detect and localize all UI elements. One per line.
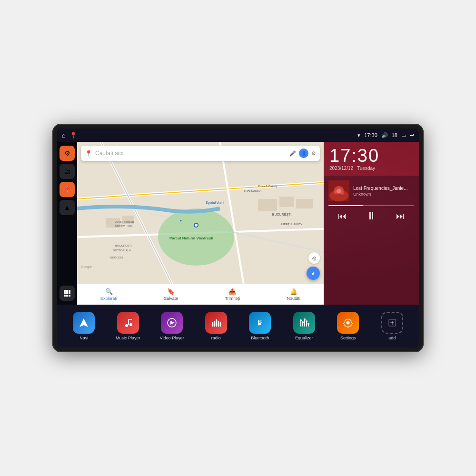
center-map-area: Parcul Natural Văcărești BUCUREȘTI JUDEȚ… (77, 142, 324, 305)
music-progress-fill (328, 205, 363, 206)
explore-label: Explorați (100, 296, 117, 301)
prev-track-button[interactable]: ⏮ (338, 211, 347, 221)
sidebar-maps-btn[interactable]: 📍 (60, 182, 75, 197)
map-settings-icon[interactable]: ⚙ (311, 150, 316, 157)
status-time: 17:30 (364, 132, 377, 138)
app-bluetooth[interactable]: Bluetooth (243, 312, 277, 340)
music-progress-bar[interactable] (328, 205, 414, 206)
add-icon (381, 312, 403, 334)
user-avatar[interactable]: 👤 (299, 149, 308, 158)
video-player-label: Video Player (160, 336, 184, 340)
album-art (328, 180, 349, 201)
saved-label: Salvate (164, 296, 178, 301)
settings-label: Settings (340, 336, 356, 340)
navi-icon (73, 312, 95, 334)
music-metadata: Lost Frequencies_Janie... Unknown (353, 186, 414, 197)
next-track-button[interactable]: ⏭ (396, 211, 405, 221)
sidebar-files-btn[interactable]: 🗂 (60, 164, 75, 179)
battery-icon: ▭ (401, 132, 406, 139)
music-player-label: Music Player (116, 336, 140, 340)
volume-icon: 🔊 (381, 132, 388, 139)
clock-widget: 17:30 2023/12/12 Tuesday (324, 142, 419, 176)
bluetooth-icon (249, 312, 271, 334)
svg-text:Parcul Natural Văcărești: Parcul Natural Văcărești (169, 236, 213, 240)
map-visual: Parcul Natural Văcărești BUCUREȘTI JUDEȚ… (77, 142, 324, 284)
svg-rect-27 (279, 197, 294, 207)
mic-icon[interactable]: 🎤 (289, 150, 296, 157)
app-radio[interactable]: radio (199, 312, 233, 340)
svg-text:SECTORUL 4: SECTORUL 4 (113, 249, 131, 252)
video-player-icon (161, 312, 183, 334)
navi-label: Navi (79, 336, 88, 340)
svg-rect-13 (66, 295, 68, 297)
device-screen: ⌂ 📍 ▾ 17:30 🔊 18 ▭ ↩ (57, 129, 419, 347)
clock-day: Tuesday (357, 166, 375, 171)
map-tab-send[interactable]: 📤 Trimiteți (225, 288, 240, 301)
svg-text:▼: ▼ (179, 219, 182, 222)
settings-icon (337, 312, 359, 334)
right-panel: 17:30 2023/12/12 Tuesday (324, 142, 419, 305)
svg-rect-26 (258, 199, 277, 211)
pause-button[interactable]: ⏸ (366, 210, 377, 222)
svg-text:Splaiul Unirii: Splaiul Unirii (206, 201, 224, 205)
clock-display: 17:30 (329, 147, 413, 165)
svg-rect-12 (64, 295, 66, 297)
map-fab-button[interactable]: ★ (307, 267, 320, 280)
app-navi[interactable]: Navi (67, 312, 100, 340)
svg-point-49 (337, 188, 341, 193)
svg-point-51 (125, 324, 128, 327)
svg-point-69 (304, 318, 306, 320)
music-widget: Lost Frequencies_Janie... Unknown ⏮ ⏸ ⏭ (324, 176, 419, 305)
news-icon: 🔔 (290, 288, 298, 295)
svg-text:TRAPEZULUI: TRAPEZULUI (244, 189, 262, 192)
music-title: Lost Frequencies_Janie... (353, 186, 414, 191)
saved-icon: 🔖 (167, 288, 175, 295)
news-label: Noutăți (287, 296, 300, 301)
map-tab-saved[interactable]: 🔖 Salvate (164, 288, 178, 301)
maps-status-icon[interactable]: 📍 (69, 132, 77, 139)
add-label: add (388, 336, 396, 340)
sidebar-settings-btn[interactable]: ⚙ (60, 146, 75, 161)
svg-marker-56 (170, 321, 175, 325)
map-compass[interactable]: ◎ (308, 252, 320, 264)
app-music-player[interactable]: Music Player (111, 312, 145, 340)
radio-icon (205, 312, 227, 334)
map-tab-explore[interactable]: 🔍 Explorați (100, 288, 117, 301)
app-settings[interactable]: Settings (331, 312, 365, 340)
svg-text:BUCUREȘTI: BUCUREȘTI (272, 213, 292, 217)
app-equalizer[interactable]: Equalizer (288, 312, 321, 340)
svg-point-70 (306, 320, 307, 322)
svg-point-71 (307, 323, 309, 325)
svg-rect-11 (69, 292, 70, 294)
music-controls: ⏮ ⏸ ⏭ (328, 210, 414, 222)
back-icon[interactable]: ↩ (410, 132, 414, 139)
svg-marker-50 (79, 318, 88, 327)
radio-label: radio (211, 336, 221, 340)
bluetooth-label: Bluetooth (251, 336, 269, 340)
svg-rect-9 (64, 292, 66, 294)
svg-text:AXIS Premium: AXIS Premium (115, 220, 134, 223)
battery-level: 18 (392, 132, 397, 138)
map-bottom-tabs: 🔍 Explorați 🔖 Salvate 📤 Trimiteți 🔔 Nout… (77, 284, 324, 305)
map-container[interactable]: Parcul Natural Văcărești BUCUREȘTI JUDEȚ… (77, 142, 324, 284)
svg-rect-6 (64, 290, 66, 292)
clock-date: 2023/12/12 (329, 166, 353, 171)
svg-rect-7 (66, 290, 68, 292)
svg-rect-14 (69, 295, 70, 297)
explore-icon: 🔍 (105, 288, 113, 295)
map-tab-news[interactable]: 🔔 Noutăți (287, 288, 300, 301)
sidebar-nav-btn[interactable]: ▲ (60, 200, 75, 215)
status-bar: ⌂ 📍 ▾ 17:30 🔊 18 ▭ ↩ (57, 129, 419, 142)
google-maps-icon: 📍 (85, 150, 92, 157)
svg-point-67 (300, 319, 302, 321)
app-add[interactable]: add (376, 312, 409, 340)
home-icon[interactable]: ⌂ (62, 132, 66, 139)
left-sidebar: ⚙ 🗂 📍 ▲ (57, 142, 77, 305)
sidebar-apps-btn[interactable] (60, 286, 75, 301)
music-player-icon (117, 312, 139, 334)
map-searchbar[interactable]: 📍 Căutați aici 🎤 👤 ⚙ (81, 146, 320, 161)
app-video-player[interactable]: Video Player (155, 312, 188, 340)
svg-rect-28 (296, 199, 313, 208)
map-search-text: Căutați aici (95, 150, 287, 157)
svg-rect-8 (69, 290, 70, 292)
